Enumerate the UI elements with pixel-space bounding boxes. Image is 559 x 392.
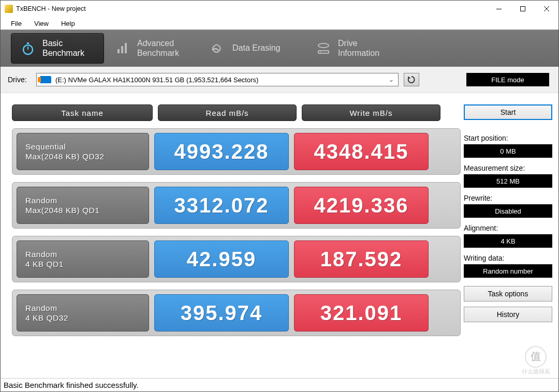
tab-label: Advanced [137,39,179,48]
content-area: Task name Read mB/s Write mB/s Sequentia… [1,93,558,378]
history-button[interactable]: History [464,307,552,322]
svg-rect-5 [117,49,120,53]
result-row: Random Max(2048 KB) QD1 3312.072 4219.33… [12,182,461,229]
minimize-button[interactable] [487,1,511,17]
drive-label: Drive: [8,76,31,84]
svg-rect-3 [27,42,29,44]
task-desc: 4 KB QD1 [25,259,140,269]
task-name: Random [25,195,140,205]
body-area: Drive: (E:) NVMe GALAX HA1K1000N 931.51 … [1,67,558,378]
maximize-button[interactable] [511,1,535,17]
alignment-label: Alignment: [464,224,552,232]
disk-icon [40,76,51,83]
results-panel: Task name Read mB/s Write mB/s Sequentia… [12,104,461,378]
tab-label: Information [338,49,379,58]
menubar: File View Help [1,17,558,29]
task-cell: Random 4 KB QD32 [17,294,149,331]
svg-point-8 [318,43,329,48]
task-desc: Max(2048 KB) QD32 [25,152,140,161]
tab-advanced-benchmark[interactable]: Advanced Benchmark [106,34,199,63]
task-cell: Sequential Max(2048 KB) QD32 [17,133,149,170]
statusbar: Basic Benchmark finished successfully. [1,378,558,391]
read-value: 395.974 [154,294,289,331]
alignment-value[interactable]: 4 KB [464,234,552,248]
start-button[interactable]: Start [464,104,552,120]
drive-row: Drive: (E:) NVMe GALAX HA1K1000N 931.51 … [1,67,558,93]
task-name: Sequential [25,142,140,152]
menu-file[interactable]: File [5,18,28,29]
svg-point-10 [320,51,321,52]
task-cell: Random 4 KB QD1 [17,240,149,278]
measurement-size-label: Measurement size: [464,164,552,172]
tab-label: Basic [42,39,84,48]
task-desc: Max(2048 KB) QD1 [25,205,140,215]
refresh-icon [407,76,416,84]
bars-icon [115,41,130,56]
task-desc: 4 KB QD32 [25,313,140,323]
start-position-label: Start position: [464,134,552,142]
read-value: 42.959 [154,240,289,278]
prewrite-value[interactable]: Disabled [464,204,552,218]
menu-view[interactable]: View [28,18,55,29]
prewrite-label: Prewrite: [464,194,552,202]
tab-label: Data Erasing [232,43,281,53]
tab-data-erasing[interactable]: Data Erasing [201,36,305,61]
write-value: 187.592 [294,240,429,278]
tab-basic-benchmark[interactable]: Basic Benchmark [11,33,104,64]
erase-icon [211,41,225,56]
menu-help[interactable]: Help [55,18,81,29]
tab-label: Benchmark [137,49,179,58]
status-text: Basic Benchmark finished successfully. [4,381,139,389]
window-title: TxBENCH - New project [16,5,487,12]
file-mode-button[interactable]: FILE mode [466,73,549,86]
svg-rect-1 [521,7,525,11]
svg-rect-0 [496,9,502,9]
app-icon [5,5,13,13]
header-write: Write mB/s [302,104,440,121]
result-row: Sequential Max(2048 KB) QD32 4993.228 43… [12,128,461,175]
write-value: 321.091 [294,294,429,331]
measurement-size-value[interactable]: 512 MB [464,174,552,188]
drive-selected-text: (E:) NVMe GALAX HA1K1000N 931.51 GB (1,9… [55,76,258,84]
writing-data-value[interactable]: Random number [464,264,552,278]
header-task: Task name [12,104,153,121]
read-value: 4993.228 [154,133,289,170]
task-cell: Random Max(2048 KB) QD1 [17,187,149,224]
task-name: Random [25,249,140,259]
header-row: Task name Read mB/s Write mB/s [12,104,461,121]
app-window: TxBENCH - New project File View Help Bas… [0,0,559,392]
tab-label: Drive [338,39,379,48]
result-row: Random 4 KB QD32 395.974 321.091 [12,290,461,336]
tab-toolbar: Basic Benchmark Advanced Benchmark Data … [1,29,558,67]
read-value: 3312.072 [154,187,289,224]
refresh-button[interactable] [404,73,419,86]
task-name: Random [25,303,140,313]
svg-rect-6 [121,46,123,53]
write-value: 4219.336 [294,187,429,224]
tab-label: Benchmark [42,49,84,58]
writing-data-label: Writing data: [464,254,552,262]
svg-rect-7 [125,43,127,53]
start-position-value[interactable]: 0 MB [464,144,552,158]
result-row: Random 4 KB QD1 42.959 187.592 [12,236,461,282]
tab-drive-information[interactable]: Drive Information [307,34,400,63]
drive-icon [316,41,331,56]
sidebar: Start Start position: 0 MB Measurement s… [464,104,554,378]
write-value: 4348.415 [294,133,429,170]
stopwatch-icon [21,41,35,56]
close-button[interactable] [535,1,558,17]
drive-select[interactable]: (E:) NVMe GALAX HA1K1000N 931.51 GB (1,9… [36,73,399,86]
header-read: Read mB/s [158,104,297,121]
chevron-down-icon: ⌄ [387,75,396,84]
titlebar: TxBENCH - New project [1,1,558,17]
task-options-button[interactable]: Task options [464,286,552,301]
